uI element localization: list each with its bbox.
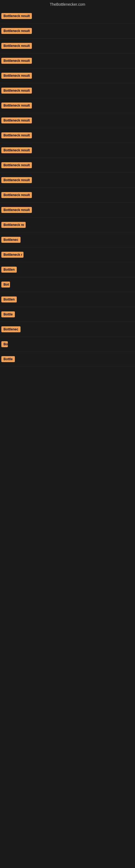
table-row: Bottleneck result [0, 188, 135, 203]
table-row: Bottleneck result [0, 68, 135, 83]
bottleneck-result-label[interactable]: Bottleneck result [1, 177, 32, 183]
bottleneck-result-label[interactable]: Bottleneck result [1, 162, 32, 168]
bottleneck-result-label[interactable]: Bottlenec [1, 326, 20, 332]
bottleneck-result-label[interactable]: Bottlen [1, 267, 17, 273]
table-row: Bottleneck r [0, 247, 135, 262]
table-row: Bottleneck result [0, 158, 135, 173]
bottleneck-result-label[interactable]: Bottleneck result [1, 118, 32, 123]
bottleneck-result-label[interactable]: Bottleneck result [1, 58, 32, 64]
table-row: Bo [0, 337, 135, 352]
bottleneck-result-label[interactable]: Bottleneck result [1, 73, 32, 79]
table-row: Bottleneck result [0, 173, 135, 188]
table-row: Bottleneck result [0, 143, 135, 158]
bottleneck-result-label[interactable]: Bottleneck result [1, 43, 32, 49]
bottleneck-result-label[interactable]: Bottlen [1, 297, 17, 303]
table-row: Bottlen [0, 262, 135, 277]
bottleneck-result-label[interactable]: Bottleneck result [1, 102, 32, 108]
bottleneck-result-label[interactable]: Bottleneck result [1, 13, 32, 19]
table-row: Bottleneck result [0, 83, 135, 98]
table-row: Bottlen [0, 292, 135, 307]
table-row: Bottleneck result [0, 54, 135, 68]
bottleneck-result-label[interactable]: Bottleneck re [1, 222, 26, 228]
table-row: Bottleneck result [0, 9, 135, 24]
table-row: Bottleneck result [0, 203, 135, 218]
site-title: TheBottlenecker.com [0, 0, 135, 9]
table-row: Bottleneck result [0, 98, 135, 113]
bottleneck-result-label[interactable]: Bottleneck result [1, 28, 32, 34]
rows-container: Bottleneck resultBottleneck resultBottle… [0, 9, 135, 367]
table-row: Bottleneck result [0, 24, 135, 38]
bottleneck-result-label[interactable]: Bottleneck r [1, 252, 24, 258]
bottleneck-result-label[interactable]: Bo [1, 341, 8, 347]
table-row: Bottlenec [0, 232, 135, 247]
table-row: Bottle [0, 307, 135, 322]
table-row: Bottlenec [0, 322, 135, 337]
bottleneck-result-label[interactable]: Bottlenec [1, 237, 20, 243]
bottleneck-result-label[interactable]: Bottle [1, 356, 15, 362]
bottleneck-result-label[interactable]: Bottle [1, 311, 15, 317]
table-row: Bottleneck result [0, 113, 135, 128]
table-row: Bot [0, 277, 135, 292]
bottleneck-result-label[interactable]: Bottleneck result [1, 207, 32, 213]
bottleneck-result-label[interactable]: Bottleneck result [1, 192, 32, 198]
bottleneck-result-label[interactable]: Bottleneck result [1, 132, 32, 138]
site-header: TheBottlenecker.com [0, 0, 135, 9]
table-row: Bottleneck result [0, 38, 135, 54]
table-row: Bottleneck re [0, 218, 135, 232]
bottleneck-result-label[interactable]: Bottleneck result [1, 88, 32, 94]
bottleneck-result-label[interactable]: Bottleneck result [1, 147, 32, 153]
bottleneck-result-label[interactable]: Bot [1, 282, 10, 287]
table-row: Bottleneck result [0, 128, 135, 143]
table-row: Bottle [0, 352, 135, 367]
